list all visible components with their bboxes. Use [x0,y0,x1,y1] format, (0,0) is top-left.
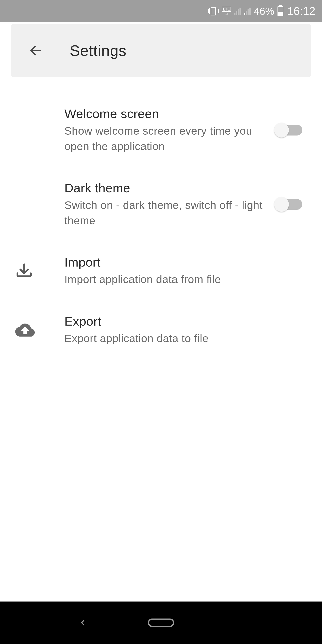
dark-theme-toggle[interactable] [276,199,302,210]
nav-back-button[interactable] [78,618,87,627]
status-time: 16:12 [287,5,315,18]
signal-icon-1 [234,7,241,15]
signal-icon-2 [244,7,251,15]
app-bar: Settings [11,24,311,77]
setting-title: Import [64,255,307,270]
lte-icon: LTE ↓↑ [222,7,231,16]
setting-description: Switch on - dark theme, switch off - lig… [64,198,271,228]
setting-description: Import application data from file [64,272,307,287]
download-icon [15,262,33,280]
cloud-upload-icon [15,320,35,340]
nav-home-button[interactable] [148,618,174,627]
status-icons: LTE ↓↑ 46% 16:12 [208,5,315,18]
setting-dark-theme[interactable]: Dark theme Switch on - dark theme, switc… [11,167,311,242]
back-button[interactable] [28,44,43,58]
setting-welcome-screen[interactable]: Welcome screen Show welcome screen every… [11,93,311,167]
settings-list: Welcome screen Show welcome screen every… [0,93,322,360]
vibrate-icon [208,7,219,16]
page-title: Settings [70,42,126,59]
status-bar: LTE ↓↑ 46% 16:12 [0,0,322,22]
setting-import[interactable]: Import Import application data from file [11,242,311,300]
chevron-left-icon [78,618,87,628]
arrow-left-icon [28,44,43,58]
battery-icon [278,6,283,16]
setting-description: Show welcome screen every time you open … [64,123,271,154]
welcome-screen-toggle[interactable] [276,125,302,136]
navigation-bar [0,602,322,644]
battery-percent: 46% [254,5,274,17]
setting-title: Dark theme [64,181,271,195]
setting-description: Export application data to file [64,331,307,346]
setting-title: Welcome screen [64,106,271,121]
setting-title: Export [64,314,307,328]
setting-export[interactable]: Export Export application data to file [11,300,311,360]
